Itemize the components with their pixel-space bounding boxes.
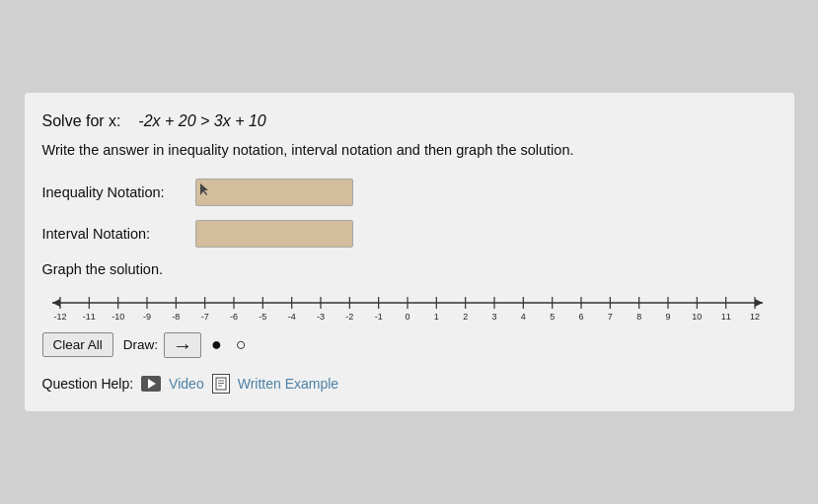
clear-all-button[interactable]: Clear All [42, 332, 113, 357]
main-card: Solve for x: -2x + 20 > 3x + 10 Write th… [25, 93, 794, 410]
interval-input[interactable] [195, 220, 353, 248]
doc-icon[interactable] [212, 374, 230, 394]
video-icon[interactable] [141, 376, 161, 392]
svg-text:-12: -12 [53, 312, 66, 322]
video-link[interactable]: Video [169, 376, 204, 392]
interval-row: Interval Notation: [42, 220, 771, 248]
svg-text:-10: -10 [112, 312, 124, 322]
graph-label: Graph the solution. [42, 261, 771, 277]
svg-text:-3: -3 [316, 312, 324, 322]
svg-text:6: 6 [578, 312, 583, 322]
example-link[interactable]: Written Example [238, 376, 338, 392]
svg-text:-4: -4 [287, 312, 295, 322]
inequality-row: Inequality Notation: [42, 179, 771, 206]
svg-text:-9: -9 [142, 312, 150, 322]
svg-text:-7: -7 [200, 312, 208, 322]
problem-line: Solve for x: -2x + 20 > 3x + 10 [42, 112, 771, 130]
dot-icon: ● [211, 334, 222, 354]
svg-marker-2 [52, 299, 60, 307]
svg-text:7: 7 [607, 312, 612, 322]
arrow-icon: → [173, 334, 192, 356]
number-line-svg: // We'll generate via JS below -12-11-10… [42, 287, 773, 323]
svg-text:1: 1 [433, 312, 438, 322]
number-line-container: // We'll generate via JS below -12-11-10… [42, 287, 771, 323]
svg-text:0: 0 [405, 312, 409, 322]
svg-text:2: 2 [463, 312, 468, 322]
circle-icon: ○ [236, 334, 247, 354]
inequality-label: Inequality Notation: [42, 184, 195, 200]
svg-text:12: 12 [749, 312, 759, 322]
controls-row: Clear All Draw: → ● ○ [42, 332, 771, 358]
help-label: Question Help: [42, 376, 134, 392]
draw-circle-button[interactable]: ○ [232, 332, 251, 357]
svg-rect-54 [216, 378, 226, 390]
svg-text:-8: -8 [172, 312, 180, 322]
svg-text:10: 10 [692, 312, 702, 322]
draw-arrow-button[interactable]: → [164, 332, 201, 358]
svg-text:11: 11 [720, 312, 730, 322]
interval-label: Interval Notation: [42, 226, 195, 242]
svg-text:9: 9 [665, 312, 670, 322]
svg-text:5: 5 [550, 312, 555, 322]
svg-text:8: 8 [636, 312, 641, 322]
svg-marker-3 [755, 299, 763, 307]
svg-text:-6: -6 [229, 312, 237, 322]
svg-text:-2: -2 [345, 312, 353, 322]
instruction-text: Write the answer in inequality notation,… [42, 140, 771, 160]
document-svg [215, 377, 227, 391]
problem-prefix: Solve for x: [42, 112, 121, 129]
inequality-input[interactable] [195, 179, 353, 206]
draw-dot-button[interactable]: ● [207, 332, 226, 357]
problem-equation: -2x + 20 > 3x + 10 [138, 112, 265, 129]
svg-text:-11: -11 [82, 312, 95, 322]
help-row: Question Help: Video Written Example [42, 374, 771, 394]
svg-text:-5: -5 [259, 312, 266, 322]
draw-label: Draw: [123, 337, 158, 352]
svg-text:3: 3 [491, 312, 496, 322]
svg-text:-1: -1 [374, 312, 382, 322]
svg-text:4: 4 [520, 312, 525, 322]
